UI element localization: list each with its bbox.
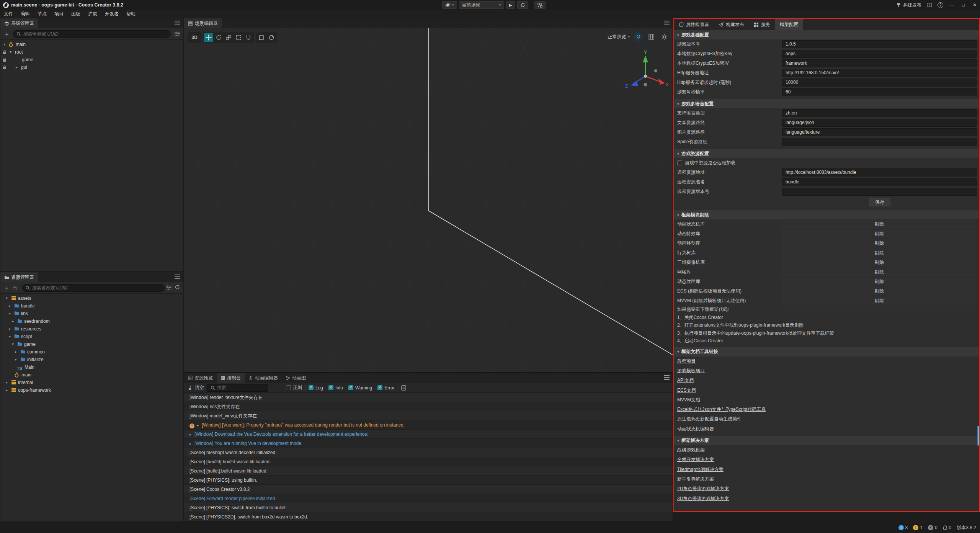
panel-menu-icon[interactable]: [664, 21, 670, 25]
caret-right-icon[interactable]: ▸: [6, 386, 8, 394]
menu-item-0[interactable]: 文件: [4, 11, 13, 17]
menu-item-7[interactable]: 帮助: [126, 11, 136, 17]
tab-资源预览[interactable]: 资源预览: [184, 373, 217, 383]
tree-row-initialize[interactable]: ▸initialize: [0, 356, 183, 363]
console-log-row[interactable]: [Scene] [bullet]:bullet wasm lib loaded.: [184, 466, 673, 476]
scene-select[interactable]: 当前场景 ▾: [459, 1, 504, 9]
remove-module-button[interactable]: 剔除: [782, 258, 977, 266]
caret-right-icon[interactable]: ▸: [6, 379, 8, 386]
link-全栈开发解决方案[interactable]: 全栈开发解决方案: [677, 456, 714, 463]
caret-down-icon[interactable]: ▾: [12, 340, 14, 348]
rotate-tool-button[interactable]: [214, 33, 223, 42]
menu-item-5[interactable]: 扩展: [88, 11, 97, 17]
tree-row-Main[interactable]: TSMain: [0, 363, 183, 371]
tree-row-gui[interactable]: ▸gui: [0, 64, 183, 71]
section-header-modules[interactable]: ▾框架模块剔除: [674, 210, 979, 219]
remove-module-button[interactable]: 剔除: [782, 230, 977, 238]
field-input-2[interactable]: language/texture: [782, 128, 977, 136]
status-info-counter[interactable]: i 3: [898, 525, 908, 530]
view-mode-select[interactable]: 正常浏览 ▾: [608, 34, 630, 40]
preview-layout-button[interactable]: [534, 1, 546, 9]
tab-属性检查器[interactable]: 属性检查器: [674, 19, 714, 30]
caret-right-icon[interactable]: ▸: [12, 317, 14, 325]
tree-row-seedrandom[interactable]: ▸seedrandom: [0, 317, 183, 325]
lighting-toggle-button[interactable]: [634, 32, 643, 41]
tab-hierarchy[interactable]: 层级管理器: [0, 18, 38, 28]
link-3D角色扮演游戏解决方案[interactable]: 3D角色扮演游戏解决方案: [677, 495, 729, 502]
tree-row-oops-framework[interactable]: ▸oops-framework: [0, 386, 183, 394]
scene-settings-gear-icon[interactable]: [660, 32, 669, 41]
link-ECS文档[interactable]: ECS文档: [677, 387, 696, 394]
pivot-toggle-button[interactable]: [257, 33, 266, 42]
sort-icon[interactable]: [13, 285, 18, 290]
panel-menu-icon[interactable]: [175, 275, 180, 279]
console-log-row[interactable]: [Scene] [PHYSICS]: using builtin.: [184, 476, 673, 485]
caret-down-icon[interactable]: ▾: [3, 41, 5, 48]
caret-right-icon[interactable]: ▸: [197, 423, 199, 427]
field-input-3[interactable]: http://192.168.0.150/main/: [782, 69, 977, 77]
tab-assets[interactable]: 资源管理器: [0, 272, 38, 282]
save-button[interactable]: 保存: [869, 198, 890, 206]
caret-right-icon[interactable]: ▸: [189, 432, 191, 437]
tab-动画图[interactable]: 动画图: [282, 373, 310, 383]
link-2D角色扮演游戏解决方案[interactable]: 2D角色扮演游戏解决方案: [677, 486, 729, 492]
link-Excel格式转Json文件与TypeScript代码工具[interactable]: Excel格式转Json文件与TypeScript代码工具: [677, 406, 766, 413]
caret-down-icon[interactable]: ▾: [6, 294, 8, 302]
tab-服务[interactable]: 服务: [749, 19, 775, 30]
link-游戏模板项目[interactable]: 游戏模板项目: [677, 368, 705, 374]
filter-warning-checkbox[interactable]: Warning: [348, 385, 372, 391]
link-MVVM文档[interactable]: MVVM文档: [677, 397, 700, 403]
field-input-5[interactable]: 60: [782, 88, 977, 96]
field-input-0[interactable]: 1.0.5: [782, 40, 977, 48]
filter-log-checkbox[interactable]: Log: [309, 385, 323, 391]
tab-框架配置[interactable]: 框架配置: [775, 19, 803, 30]
build-publish-button[interactable]: 构建发布: [896, 2, 921, 8]
field-input-3[interactable]: [782, 138, 977, 146]
field-input-4[interactable]: 10000: [782, 78, 977, 87]
field-input-0[interactable]: http://localhost:8083/assets/bundle: [782, 168, 977, 177]
regex-checkbox[interactable]: 正则: [286, 384, 302, 391]
help-icon[interactable]: ?: [938, 2, 943, 8]
field-input-1[interactable]: language/json: [782, 119, 977, 127]
console-log-row[interactable]: !▸[Window] [Vue warn]: Property "onInput…: [184, 420, 673, 430]
tree-row-script[interactable]: ▾script: [0, 333, 183, 340]
status-warning-counter[interactable]: ! 1: [913, 525, 923, 530]
caret-down-icon[interactable]: ▾: [9, 333, 11, 340]
transform-gizmo-button[interactable]: [244, 33, 253, 42]
console-log-row[interactable]: ▸[Window] You are running Vue in develop…: [184, 439, 673, 448]
maximize-button[interactable]: □: [960, 2, 966, 8]
platform-select[interactable]: ▾: [442, 1, 457, 9]
tree-row-libs[interactable]: ▾libs: [0, 310, 183, 317]
caret-right-icon[interactable]: ▸: [9, 302, 11, 310]
remove-module-button[interactable]: 剔除: [782, 297, 977, 305]
filter-icon[interactable]: [175, 31, 180, 36]
caret-right-icon[interactable]: ▸: [15, 348, 17, 356]
tree-row-main[interactable]: main: [0, 371, 183, 379]
add-node-button[interactable]: +: [3, 30, 10, 37]
menu-item-2[interactable]: 节点: [38, 11, 47, 17]
window-layout-icon[interactable]: [927, 2, 932, 8]
menu-item-3[interactable]: 项目: [54, 11, 64, 17]
minimize-button[interactable]: —: [949, 2, 955, 8]
link-教程项目[interactable]: 教程项目: [677, 358, 696, 365]
panel-menu-icon[interactable]: [175, 21, 180, 25]
console-log-row[interactable]: [Scene] Cocos Creator v3.8.2: [184, 485, 673, 494]
scale-tool-button[interactable]: [224, 33, 233, 42]
checkbox-res-remote[interactable]: 游戏中资源是否远程加载: [674, 158, 979, 168]
caret-down-icon[interactable]: ▾: [9, 310, 11, 317]
section-header-i18n[interactable]: ▾游戏多语言配置: [674, 99, 979, 108]
console-log-row[interactable]: [Scene] meshopt wasm decoder initialized: [184, 448, 673, 457]
console-log-row[interactable]: [Scene] [PHYSICS]: switch from builtin t…: [184, 503, 673, 512]
field-input-1[interactable]: bundle: [782, 178, 977, 186]
console-log-row[interactable]: [Window] render_texture文件夹存在: [184, 393, 673, 402]
field-input-1[interactable]: oops: [782, 50, 977, 58]
console-search-input[interactable]: 搜索: [207, 384, 268, 392]
status-notification-counter[interactable]: 0: [943, 525, 952, 530]
scrollbar-thumb[interactable]: [977, 426, 979, 446]
console-log-row[interactable]: ▸[Window] Download the Vue Devtools exte…: [184, 430, 673, 439]
close-button[interactable]: ✕: [972, 2, 978, 8]
menu-item-1[interactable]: 编辑: [21, 11, 30, 17]
console-log-row[interactable]: [Window] model_view文件夹存在: [184, 411, 673, 420]
clear-console-button[interactable]: 清空: [188, 384, 204, 391]
link-Tiledmap地图解决方案[interactable]: Tiledmap地图解决方案: [677, 466, 724, 473]
